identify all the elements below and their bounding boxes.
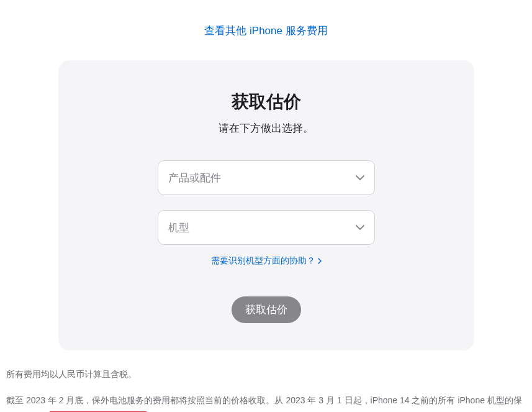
footer-line-2a: 截至 2023 年 2 月底，保外电池服务的费用都将按照当前的价格收取。从 20… [6,395,522,412]
identify-model-help-link[interactable]: 需要识别机型方面的协助？ [211,255,322,267]
model-select-label: 机型 [168,221,189,235]
card-subtitle: 请在下方做出选择。 [83,121,449,135]
model-select[interactable]: 机型 [158,210,375,245]
get-estimate-button[interactable]: 获取估价 [232,296,301,323]
footer-line-2: 截至 2023 年 2 月底，保外电池服务的费用都将按照当前的价格收取。从 20… [6,391,526,412]
product-select[interactable]: 产品或配件 [158,160,375,195]
model-select-wrap: 机型 [158,210,375,245]
chevron-right-icon [318,258,322,264]
chevron-down-icon [356,175,364,180]
footer-line-1: 所有费用均以人民币计算且含税。 [6,365,526,383]
card-title: 获取估价 [83,90,449,114]
other-services-link-text: 查看其他 iPhone 服务费用 [204,25,327,37]
footer-notes: 所有费用均以人民币计算且含税。 截至 2023 年 2 月底，保外电池服务的费用… [6,365,526,412]
get-estimate-button-label: 获取估价 [245,304,287,316]
help-link-text: 需要识别机型方面的协助？ [211,255,315,267]
product-select-label: 产品或配件 [168,171,221,185]
other-services-link[interactable]: 查看其他 iPhone 服务费用 [0,0,532,48]
chevron-down-icon [356,225,364,230]
estimate-card: 获取估价 请在下方做出选择。 产品或配件 机型 需要识别机型方面的协助？ 获取估… [58,60,474,350]
product-select-wrap: 产品或配件 [158,160,375,195]
